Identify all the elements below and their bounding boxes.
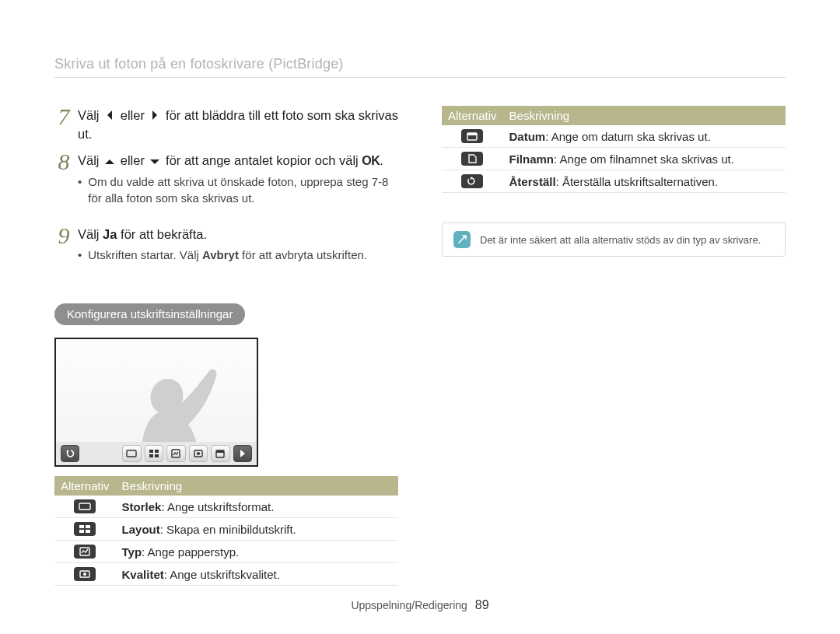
desc: : Skapa en minibildutskrift. — [160, 523, 296, 536]
svg-rect-3 — [149, 454, 153, 457]
term: Återställ — [509, 175, 556, 188]
svg-point-17 — [83, 573, 86, 576]
table-row: Kvalitet: Ange utskriftskvalitet. — [54, 563, 398, 586]
svg-rect-19 — [467, 133, 477, 135]
svg-rect-1 — [149, 450, 153, 453]
note-box: Det är inte säkert att alla alternativ s… — [442, 222, 786, 257]
svg-rect-14 — [86, 530, 90, 533]
svg-rect-12 — [86, 525, 90, 528]
term: Storlek — [122, 500, 162, 513]
term: Datum — [509, 130, 546, 143]
chevron-down-icon — [148, 156, 162, 167]
toolbar-date-button[interactable] — [211, 445, 229, 462]
desc: : Återställa utskriftsalternativen. — [556, 175, 718, 188]
ok-icon: OK — [362, 154, 380, 167]
chevron-left-icon — [103, 110, 117, 121]
table-row: Storlek: Ange utskriftsformat. — [54, 496, 398, 518]
svg-rect-9 — [216, 450, 224, 453]
svg-point-7 — [197, 452, 200, 455]
text: eller — [121, 153, 149, 167]
desc: : Ange utskriftsformat. — [161, 500, 274, 513]
left-column: 7 Välj eller för att bläddra till ett fo… — [54, 106, 398, 586]
size-icon — [74, 499, 96, 513]
text: för att avbryta utskriften. — [239, 248, 367, 261]
text-bold: Avbryt — [202, 248, 239, 261]
filename-icon — [461, 152, 483, 166]
step-7: 7 Välj eller för att bläddra till ett fo… — [54, 106, 398, 146]
table-row: Återställ: Återställa utskriftsalternati… — [442, 170, 786, 193]
text: Välj — [78, 227, 103, 241]
text: . — [380, 153, 383, 167]
toolbar-type-button[interactable] — [166, 445, 185, 462]
table-row: Layout: Skapa en minibildutskrift. — [54, 518, 398, 541]
th-beskrivning: Beskrivning — [503, 106, 786, 125]
toolbar-layout-button[interactable] — [145, 445, 163, 462]
svg-rect-2 — [155, 450, 159, 453]
desc: : Ange om datum ska skrivas ut. — [545, 130, 711, 143]
page-footer: Uppspelning/Redigering 89 — [0, 598, 840, 612]
th-alternativ: Alternativ — [442, 106, 503, 125]
term: Layout — [122, 523, 160, 536]
options-table-left: Alternativ Beskrivning Storlek: Ange uts… — [54, 476, 398, 586]
step-number: 9 — [54, 225, 73, 277]
step-bullet: Utskriften startar. Välj Avbryt för att … — [78, 247, 398, 263]
layout-icon — [74, 522, 96, 536]
chevron-right-icon — [148, 110, 162, 121]
note-text: Det är inte säkert att alla alternativ s… — [480, 234, 761, 246]
text: Utskriften startar. Välj — [88, 248, 202, 261]
back-button[interactable] — [61, 445, 79, 462]
svg-rect-13 — [79, 530, 84, 533]
term: Filnamn — [509, 152, 555, 166]
step-8: 8 Välj eller för att ange antalet kopior… — [54, 151, 398, 220]
svg-rect-4 — [155, 454, 159, 457]
text: för att bekräfta. — [117, 227, 207, 241]
th-alternativ: Alternativ — [54, 476, 116, 496]
toolbar-quality-button[interactable] — [189, 445, 208, 462]
date-icon — [461, 129, 483, 143]
text: Välj — [78, 153, 103, 167]
text: för att ange antalet kopior och välj — [166, 153, 362, 167]
step-number: 8 — [54, 151, 73, 220]
page-number: 89 — [475, 598, 489, 611]
chevron-up-icon — [103, 156, 117, 167]
toolbar-size-button[interactable] — [122, 445, 141, 462]
svg-rect-10 — [79, 503, 90, 510]
step-bullet: Om du valde att skriva ut önskade foton,… — [78, 173, 398, 206]
table-row: Typ: Ange papperstyp. — [54, 541, 398, 563]
type-icon — [74, 545, 96, 559]
text-bold: Ja — [103, 227, 117, 241]
term: Kvalitet — [122, 568, 164, 581]
desc: : Ange papperstyp. — [142, 545, 239, 559]
preview-toolbar — [56, 442, 257, 465]
table-row: Datum: Ange om datum ska skrivas ut. — [442, 125, 786, 148]
section-pill: Konfigurera utskriftsinställningar — [54, 303, 245, 325]
step-number: 7 — [54, 106, 73, 146]
quality-icon — [74, 567, 96, 581]
svg-rect-11 — [79, 525, 84, 528]
right-column: Alternativ Beskrivning Datum: Ange om da… — [442, 106, 786, 586]
table-row: Filnamn: Ange om filnamnet ska skrivas u… — [442, 148, 786, 170]
info-icon — [453, 231, 471, 248]
desc: : Ange om filnamnet ska skrivas ut. — [554, 152, 734, 166]
page-title: Skriva ut foton på en fotoskrivare (Pict… — [54, 56, 786, 78]
term: Typ — [122, 545, 142, 559]
footer-section: Uppspelning/Redigering — [351, 599, 467, 611]
th-beskrivning: Beskrivning — [116, 476, 398, 496]
svg-rect-0 — [127, 450, 136, 457]
preview-image — [54, 338, 258, 467]
options-table-right: Alternativ Beskrivning Datum: Ange om da… — [442, 106, 786, 193]
text: Välj — [78, 108, 103, 122]
reset-icon — [461, 174, 483, 188]
desc: : Ange utskriftskvalitet. — [164, 568, 280, 581]
next-button[interactable] — [233, 445, 252, 462]
text: eller — [121, 108, 149, 122]
step-9: 9 Välj Ja för att bekräfta. Utskriften s… — [54, 225, 398, 277]
